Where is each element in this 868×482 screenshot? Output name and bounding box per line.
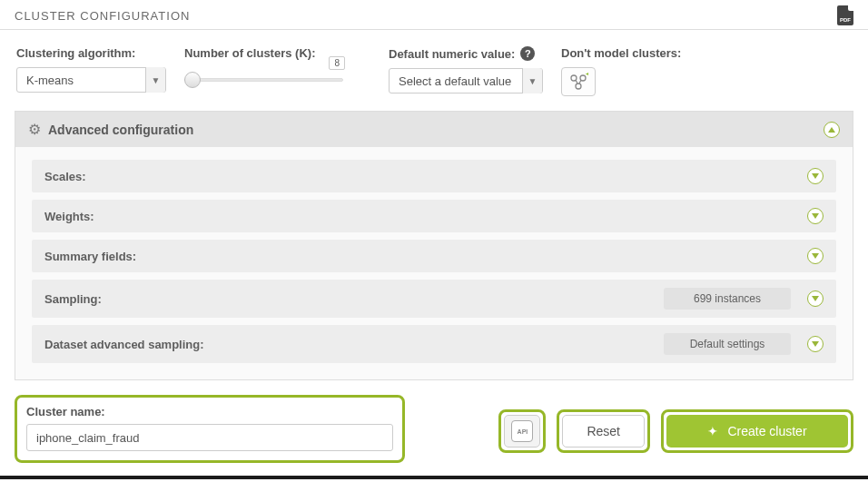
- advanced-panel: ⚙ Advanced configuration Scales: Weights…: [15, 111, 853, 380]
- cluster-name-label: Cluster name:: [26, 405, 393, 418]
- gear-icon: ⚙: [28, 121, 41, 138]
- default-numeric-label: Default numeric value: ?: [389, 46, 543, 61]
- create-label: Create cluster: [727, 424, 806, 438]
- cluster-icon: +: [568, 73, 588, 91]
- svg-line-4: [579, 80, 581, 84]
- slider-thumb-icon[interactable]: [184, 72, 201, 88]
- default-numeric-placeholder: Select a default value: [390, 74, 522, 88]
- help-icon[interactable]: ?: [520, 46, 535, 61]
- default-numeric-label-text: Default numeric value:: [389, 47, 515, 61]
- page-title: CLUSTER CONFIGURATION: [15, 9, 190, 23]
- cluster-name-group: Cluster name:: [15, 395, 405, 463]
- advanced-header[interactable]: ⚙ Advanced configuration: [15, 112, 853, 147]
- dataset-sampling-badge: Default settings: [664, 333, 791, 355]
- sampling-badge: 699 instances: [664, 288, 791, 310]
- dont-model-button[interactable]: +: [561, 67, 596, 96]
- expand-icon[interactable]: [807, 248, 824, 264]
- chevron-down-icon: ▼: [145, 67, 165, 93]
- expand-icon[interactable]: [807, 336, 824, 352]
- advanced-title: Advanced configuration: [48, 123, 193, 137]
- weights-label: Weights:: [44, 210, 94, 223]
- k-value: 8: [329, 56, 345, 70]
- expand-icon[interactable]: [807, 168, 824, 184]
- reset-button[interactable]: Reset: [562, 415, 645, 448]
- algorithm-label: Clustering algorithm:: [16, 46, 166, 60]
- expand-icon[interactable]: [807, 290, 824, 307]
- expand-icon[interactable]: [807, 208, 824, 224]
- cluster-name-input[interactable]: [26, 424, 393, 451]
- sampling-label: Sampling:: [44, 292, 102, 306]
- svg-text:+: +: [586, 73, 588, 78]
- algorithm-value: K-means: [17, 74, 145, 87]
- svg-point-2: [576, 84, 581, 89]
- cluster-icon: ✦: [707, 424, 718, 438]
- api-preview-button[interactable]: API: [504, 415, 540, 448]
- summary-label: Summary fields:: [44, 250, 136, 263]
- chevron-down-icon: ▼: [522, 68, 542, 93]
- row-scales[interactable]: Scales:: [32, 160, 836, 192]
- slider-track: [184, 78, 343, 82]
- row-dataset-sampling[interactable]: Dataset advanced sampling: Default setti…: [32, 325, 836, 363]
- config-header: CLUSTER CONFIGURATION PDF: [0, 0, 868, 30]
- row-sampling[interactable]: Sampling: 699 instances: [32, 280, 836, 318]
- default-numeric-select[interactable]: Select a default value ▼: [389, 68, 543, 93]
- dataset-sampling-label: Dataset advanced sampling:: [44, 338, 204, 351]
- api-icon: API: [511, 420, 533, 442]
- pdf-export-icon[interactable]: PDF: [837, 5, 853, 25]
- scales-label: Scales:: [44, 170, 86, 183]
- row-summary[interactable]: Summary fields:: [32, 240, 836, 272]
- collapse-icon[interactable]: [824, 122, 840, 138]
- row-weights[interactable]: Weights:: [32, 200, 836, 232]
- algorithm-select[interactable]: K-means ▼: [16, 67, 166, 93]
- k-slider[interactable]: 8: [184, 71, 343, 74]
- dont-model-label: Don't model clusters:: [561, 46, 681, 60]
- create-cluster-button[interactable]: ✦ Create cluster: [666, 415, 848, 448]
- svg-line-3: [576, 80, 577, 84]
